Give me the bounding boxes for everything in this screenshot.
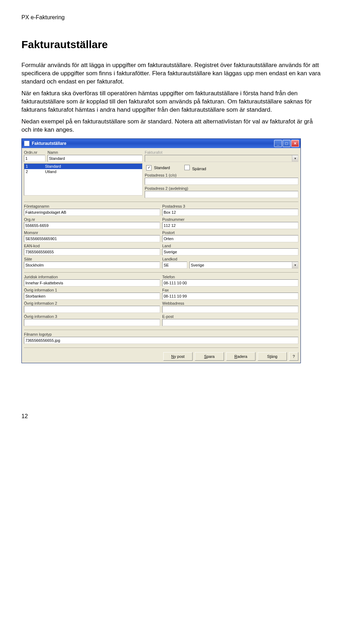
juridisk-label: Juridisk information xyxy=(24,275,160,279)
ovrig3-label: Övrig information 3 xyxy=(24,314,160,319)
epost-input[interactable] xyxy=(162,319,298,326)
close-button[interactable]: × xyxy=(291,140,299,147)
fakturafot-label: Fakturafot xyxy=(145,150,298,154)
chevron-down-icon: ▾ xyxy=(292,155,298,162)
radera-button[interactable]: Radera xyxy=(226,352,255,361)
juridisk-input[interactable] xyxy=(24,279,160,286)
webb-label: Webbadress xyxy=(162,301,298,305)
postadress1-label: Postadress 1 (c/o) xyxy=(145,173,298,177)
namn-label: Namn xyxy=(48,150,143,154)
standard-checkbox[interactable]: ✓ Standard xyxy=(146,165,170,171)
dialog-window: Fakturautställare _ □ × Ordn.nr Namn xyxy=(21,138,301,363)
ovrig1-input[interactable] xyxy=(24,293,160,300)
fakturafot-select xyxy=(145,155,298,162)
sate-input[interactable] xyxy=(24,262,160,269)
ean-input[interactable] xyxy=(24,248,160,255)
filnamn-label: Filnamn logotyp xyxy=(24,332,298,336)
paragraph-3: Nedan exempel på en fakturautställare so… xyxy=(21,118,322,134)
postadress3-label: Postadress 3 xyxy=(162,204,298,208)
ny-post-button[interactable]: Ny post xyxy=(163,352,193,361)
list-item-namn: Standard xyxy=(44,164,142,168)
titlebar[interactable]: Fakturautställare _ □ × xyxy=(22,139,300,148)
webb-input[interactable] xyxy=(162,306,298,313)
window-icon xyxy=(24,141,30,146)
postadress1-input[interactable] xyxy=(145,178,298,185)
ordn-nr-input[interactable] xyxy=(24,155,45,162)
orgnr-label: Org.nr xyxy=(24,217,160,222)
list-item[interactable]: 1 Standard xyxy=(24,164,142,169)
land-input[interactable] xyxy=(162,248,298,255)
ean-label: EAN-kod xyxy=(24,244,160,248)
stang-button[interactable]: Stäng xyxy=(258,352,287,361)
chevron-down-icon[interactable]: ▾ xyxy=(292,262,298,268)
list-item-namn: Utland xyxy=(44,169,142,174)
land-label: Land xyxy=(162,244,298,248)
page-number: 12 xyxy=(21,413,322,420)
landkod-name-select[interactable] xyxy=(189,262,298,269)
fax-label: Fax xyxy=(162,288,298,292)
fax-input[interactable] xyxy=(162,293,298,300)
list-item-ordn: 2 xyxy=(24,169,44,174)
filnamn-input[interactable] xyxy=(24,337,298,344)
foretag-label: Företagsnamn xyxy=(24,204,160,208)
momsnr-input[interactable] xyxy=(24,235,160,242)
maximize-button[interactable]: □ xyxy=(283,140,290,147)
list-item-ordn: 1 xyxy=(24,164,44,168)
sate-label: Säte xyxy=(24,257,160,261)
spara-button[interactable]: Spara xyxy=(195,352,224,361)
landkod-label: Landkod xyxy=(162,257,298,261)
minimize-button[interactable]: _ xyxy=(274,140,282,147)
ovrig2-label: Övrig information 2 xyxy=(24,301,160,305)
sparrad-checkbox[interactable]: Spärrad xyxy=(184,165,206,171)
paragraph-2: När en faktura ska överföras till operat… xyxy=(21,90,322,114)
orgnr-input[interactable] xyxy=(24,222,160,229)
ordn-nr-label: Ordn.nr xyxy=(24,150,45,154)
postnr-input[interactable] xyxy=(162,222,298,229)
standard-checkbox-label: Standard xyxy=(154,165,170,169)
postort-label: Postort xyxy=(162,230,298,235)
postadress2-label: Postadress 2 (avdelning) xyxy=(145,186,298,191)
postadress2-input[interactable] xyxy=(145,191,298,198)
ovrig3-input[interactable] xyxy=(24,319,160,326)
postort-input[interactable] xyxy=(162,235,298,242)
page-title: Fakturautställare xyxy=(21,39,322,51)
namn-input[interactable] xyxy=(48,155,143,162)
postnr-label: Postnummer xyxy=(162,217,298,222)
window-title: Fakturautställare xyxy=(32,141,274,146)
item-list[interactable]: 1 Standard 2 Utland xyxy=(24,163,143,196)
momsnr-label: Momsnr xyxy=(24,230,160,235)
foretag-input[interactable] xyxy=(24,209,160,216)
checkbox-icon: ✓ xyxy=(146,165,151,171)
checkbox-icon xyxy=(184,165,190,170)
ovrig1-label: Övrig information 1 xyxy=(24,288,160,292)
landkod-code-input[interactable] xyxy=(162,262,187,269)
list-item[interactable]: 2 Utland xyxy=(24,169,142,174)
paragraph-1: Formulär används för att lägga in uppgif… xyxy=(21,61,322,86)
help-button[interactable]: ? xyxy=(289,352,298,361)
doc-header: PX e-Fakturering xyxy=(21,14,322,21)
ovrig2-input[interactable] xyxy=(24,306,160,313)
telefon-label: Telefon xyxy=(162,275,298,279)
epost-label: E-post xyxy=(162,314,298,319)
sparrad-checkbox-label: Spärrad xyxy=(192,167,206,171)
postadress3-input[interactable] xyxy=(162,209,298,216)
telefon-input[interactable] xyxy=(162,279,298,286)
